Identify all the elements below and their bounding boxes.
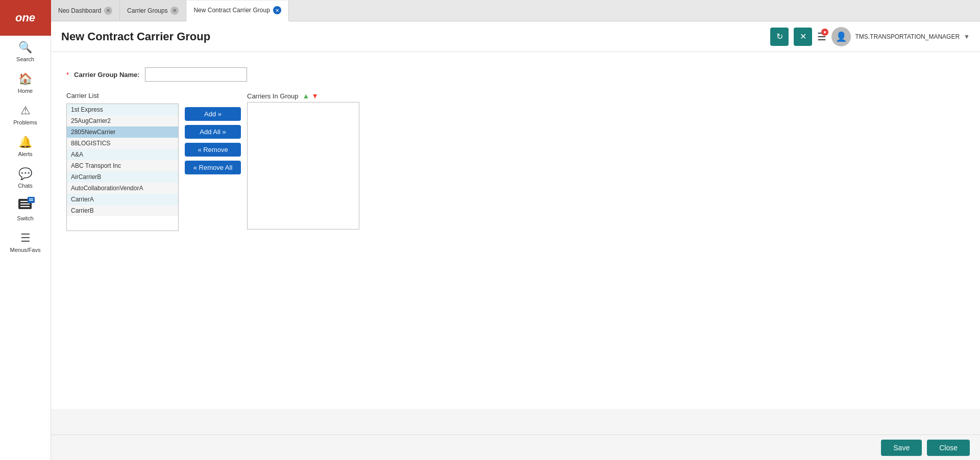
refresh-button[interactable]: ↻ xyxy=(770,28,789,46)
carrier-group-name-input[interactable] xyxy=(145,67,247,82)
search-icon: 🔍 xyxy=(18,41,32,54)
carrier-list-item[interactable]: 2805NewCarrier xyxy=(67,126,178,138)
tab-new-contract-carrier-group-label: New Contract Carrier Group xyxy=(193,7,270,14)
carrier-list-item[interactable]: 1st Express xyxy=(67,104,178,115)
carriers-in-group-listbox[interactable] xyxy=(247,102,359,229)
tab-carrier-groups[interactable]: Carrier Groups ✕ xyxy=(120,0,186,21)
sidebar: one 🔍 Search 🏠 Home ⚠ Problems 🔔 Alerts … xyxy=(0,0,51,460)
remove-button[interactable]: « Remove xyxy=(185,143,241,157)
sidebar-label-problems: Problems xyxy=(13,119,37,125)
problems-icon: ⚠ xyxy=(20,104,31,117)
carrier-listbox[interactable]: 1st Express25AugCarrier22805NewCarrier88… xyxy=(66,104,179,231)
sidebar-item-alerts[interactable]: 🔔 Alerts xyxy=(0,131,51,162)
sidebar-label-switch: Switch xyxy=(17,215,33,221)
logo[interactable]: one xyxy=(0,0,51,36)
carrier-list-item[interactable]: CarrierB xyxy=(67,205,178,216)
user-section[interactable]: 👤 TMS.TRANSPORTATION_MANAGER ▼ xyxy=(831,27,970,46)
switch-badge xyxy=(28,197,35,203)
carrier-list-label: Carrier List xyxy=(66,92,179,99)
carrier-list-item[interactable]: 88LOGISTICS xyxy=(67,138,178,149)
sort-down-arrow[interactable]: ▼ xyxy=(311,92,318,100)
sidebar-item-menus[interactable]: ☰ Menus/Favs xyxy=(0,226,51,258)
carrier-group-name-row: * Carrier Group Name: xyxy=(66,67,965,82)
page-title: New Contract Carrier Group xyxy=(61,30,770,43)
sidebar-label-chats: Chats xyxy=(18,183,33,189)
carrier-list-item[interactable]: AirCarrierB xyxy=(67,171,178,183)
sidebar-label-alerts: Alerts xyxy=(18,151,32,157)
chevron-down-icon: ▼ xyxy=(964,33,970,40)
save-button[interactable]: Save xyxy=(881,440,922,456)
action-buttons: Add » Add All » « Remove « Remove All xyxy=(179,92,247,174)
star-badge: ★ xyxy=(821,29,828,36)
carriers-in-group-header: Carriers In Group ▲ ▼ xyxy=(247,92,359,100)
add-all-button[interactable]: Add All » xyxy=(185,125,241,139)
sidebar-item-home[interactable]: 🏠 Home xyxy=(0,67,51,99)
sidebar-label-search: Search xyxy=(16,56,34,62)
carrier-list-box: Carrier List 1st Express25AugCarrier2280… xyxy=(66,92,179,231)
carrier-group-name-label: Carrier Group Name: xyxy=(74,71,140,79)
required-star: * xyxy=(66,71,69,79)
sidebar-item-switch[interactable]: Switch xyxy=(0,194,51,226)
carrier-section: Carrier List 1st Express25AugCarrier2280… xyxy=(66,92,965,231)
page-header: New Contract Carrier Group ↻ ✕ ☰ ★ 👤 TMS… xyxy=(51,21,980,52)
header-actions: ↻ ✕ ☰ ★ 👤 TMS.TRANSPORTATION_MANAGER ▼ xyxy=(770,27,970,46)
tab-neo-dashboard-close[interactable]: ✕ xyxy=(104,7,112,15)
tab-bar: Neo Dashboard ✕ Carrier Groups ✕ New Con… xyxy=(51,0,980,21)
tab-carrier-groups-label: Carrier Groups xyxy=(127,7,167,14)
tab-new-contract-carrier-group[interactable]: New Contract Carrier Group ✕ xyxy=(186,1,288,21)
sidebar-item-chats[interactable]: 💬 Chats xyxy=(0,162,51,194)
close-footer-button[interactable]: Close xyxy=(927,440,970,456)
sidebar-label-home: Home xyxy=(18,88,33,94)
switch-icon xyxy=(18,199,33,213)
content-inner: * Carrier Group Name: Carrier List 1st E… xyxy=(51,52,980,409)
carriers-in-group-label: Carriers In Group xyxy=(247,92,298,100)
sidebar-label-menus: Menus/Favs xyxy=(10,247,41,253)
main-content: Neo Dashboard ✕ Carrier Groups ✕ New Con… xyxy=(51,0,980,460)
sidebar-item-problems[interactable]: ⚠ Problems xyxy=(0,99,51,131)
username: TMS.TRANSPORTATION_MANAGER xyxy=(855,33,960,40)
carrier-list-item[interactable]: ABC Transport Inc xyxy=(67,160,178,171)
tab-neo-dashboard-label: Neo Dashboard xyxy=(58,7,101,14)
carrier-list-item[interactable]: 25AugCarrier2 xyxy=(67,115,178,126)
alerts-icon: 🔔 xyxy=(18,136,32,149)
menus-icon: ☰ xyxy=(20,232,31,245)
carrier-list-item[interactable]: A&A xyxy=(67,149,178,160)
content-area: * Carrier Group Name: Carrier List 1st E… xyxy=(51,52,980,435)
tab-neo-dashboard[interactable]: Neo Dashboard ✕ xyxy=(51,0,120,21)
footer: Save Close xyxy=(51,435,980,460)
close-header-button[interactable]: ✕ xyxy=(794,28,812,46)
sort-up-arrow[interactable]: ▲ xyxy=(302,92,309,100)
sidebar-item-search[interactable]: 🔍 Search xyxy=(0,36,51,67)
remove-all-button[interactable]: « Remove All xyxy=(185,161,241,174)
logo-text: one xyxy=(15,11,35,24)
sort-arrows: ▲ ▼ xyxy=(302,92,318,100)
carrier-list-item[interactable]: CarrierA xyxy=(67,194,178,205)
avatar: 👤 xyxy=(831,27,851,46)
home-icon: 🏠 xyxy=(18,72,32,86)
chats-icon: 💬 xyxy=(18,167,32,181)
add-button[interactable]: Add » xyxy=(185,107,241,121)
carrier-list-item[interactable]: AutoCollaborationVendorA xyxy=(67,183,178,194)
carriers-in-group-box: Carriers In Group ▲ ▼ xyxy=(247,92,359,229)
hamburger-button[interactable]: ☰ ★ xyxy=(817,31,826,43)
tab-carrier-groups-close[interactable]: ✕ xyxy=(170,7,179,15)
tab-new-contract-carrier-group-close[interactable]: ✕ xyxy=(273,6,281,14)
